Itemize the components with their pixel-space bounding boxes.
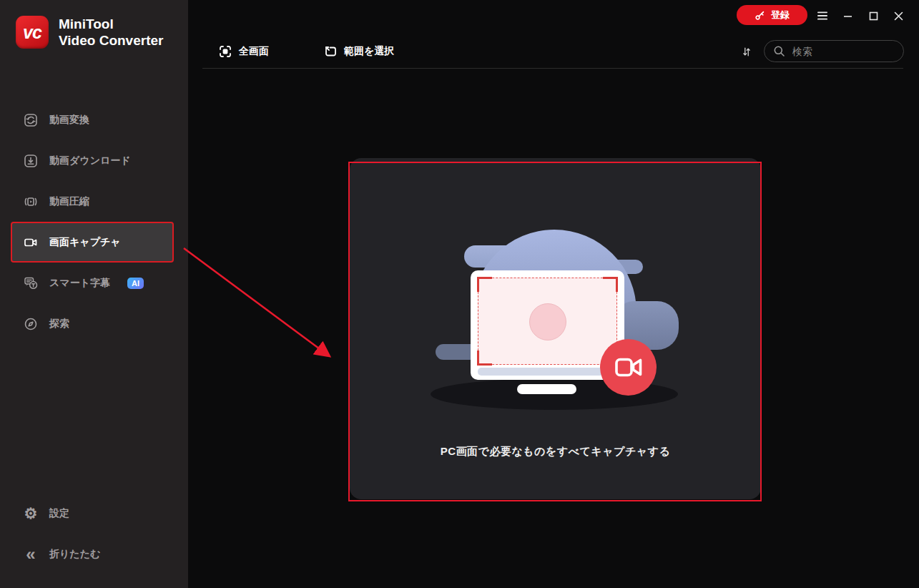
app-title-line2: Video Converter	[59, 32, 163, 49]
app-title-line1: MiniTool	[59, 16, 163, 32]
register-label: 登録	[771, 9, 790, 21]
explore-icon	[23, 316, 39, 332]
minimize-icon	[843, 11, 852, 21]
capture-illustration: PC画面で必要なものをすべてキャプチャする	[350, 158, 761, 499]
register-button[interactable]: 登録	[737, 5, 807, 25]
sidebar-item-label: 動画変換	[49, 114, 89, 127]
fullscreen-tab[interactable]: 全画面	[214, 41, 273, 62]
key-icon	[755, 10, 765, 21]
search-input[interactable]	[791, 45, 895, 58]
sidebar-item-video-download[interactable]: 動画ダウンロード	[11, 140, 174, 181]
gear-icon: ⚙	[23, 506, 39, 521]
download-icon	[23, 153, 39, 169]
close-button[interactable]	[889, 6, 908, 25]
screen-capture-panel[interactable]: PC画面で必要なものをすべてキャプチャする	[350, 158, 761, 499]
search-box[interactable]	[764, 40, 904, 62]
menu-button[interactable]	[813, 6, 832, 25]
sidebar-footer: ⚙ 設定 « 折りたたむ	[0, 493, 188, 574]
sidebar: vc MiniTool Video Converter 動画変換 動	[0, 0, 188, 588]
capture-caption: PC画面で必要なものをすべてキャプチャする	[350, 445, 761, 459]
monitor-stand	[517, 384, 576, 394]
sidebar-item-settings[interactable]: ⚙ 設定	[0, 493, 188, 534]
collapse-icon: «	[23, 547, 39, 562]
sidebar-item-label: スマート字幕	[49, 277, 110, 290]
convert-icon	[23, 112, 39, 128]
sort-button[interactable]	[738, 41, 755, 62]
search-icon	[773, 45, 785, 57]
sidebar-item-label: 探索	[49, 318, 69, 330]
ai-badge: AI	[127, 278, 144, 289]
selection-corner	[603, 277, 618, 292]
sidebar-item-label: 動画ダウンロード	[49, 155, 131, 167]
monitor-base-bar	[478, 368, 611, 376]
subtitle-icon	[23, 275, 39, 291]
toolbar-divider	[202, 68, 903, 69]
minimize-button[interactable]	[838, 6, 857, 25]
maximize-icon	[869, 11, 878, 21]
maximize-button[interactable]	[864, 6, 883, 25]
monitor-screen	[478, 278, 617, 365]
close-icon	[894, 11, 903, 21]
sort-icon	[742, 43, 751, 61]
hamburger-icon	[817, 11, 827, 20]
compress-icon	[23, 194, 39, 210]
sidebar-item-collapse[interactable]: « 折りたたむ	[0, 534, 188, 574]
app-title: MiniTool Video Converter	[59, 16, 163, 49]
sidebar-item-label: 動画圧縮	[49, 195, 89, 208]
fullscreen-icon	[218, 44, 232, 59]
select-region-tab[interactable]: 範囲を選択	[319, 41, 398, 62]
sidebar-item-explore[interactable]: 探索	[11, 303, 174, 344]
record-button[interactable]	[600, 339, 657, 396]
sidebar-nav: 動画変換 動画ダウンロード 動画圧縮	[0, 99, 188, 344]
region-select-icon	[323, 44, 338, 59]
fullscreen-label: 全画面	[239, 45, 269, 58]
sidebar-item-video-convert[interactable]: 動画変換	[11, 99, 174, 140]
sidebar-item-label: 折りたたむ	[49, 548, 100, 561]
sidebar-item-screen-capture[interactable]: 画面キャプチャ	[11, 222, 174, 263]
capture-icon	[23, 235, 39, 250]
selection-corner	[477, 351, 492, 366]
camcorder-icon	[614, 356, 643, 378]
select-region-label: 範囲を選択	[344, 45, 394, 58]
sidebar-item-label: 設定	[49, 507, 69, 520]
app-logo-icon: vc	[16, 16, 49, 49]
screen-dot	[529, 303, 566, 340]
sidebar-item-label: 画面キャプチャ	[49, 236, 121, 249]
app-logo: vc MiniTool Video Converter	[16, 16, 163, 49]
selection-corner	[477, 277, 492, 292]
sidebar-item-smart-subtitle[interactable]: スマート字幕 AI	[11, 263, 174, 303]
sidebar-item-video-compress[interactable]: 動画圧縮	[11, 181, 174, 222]
